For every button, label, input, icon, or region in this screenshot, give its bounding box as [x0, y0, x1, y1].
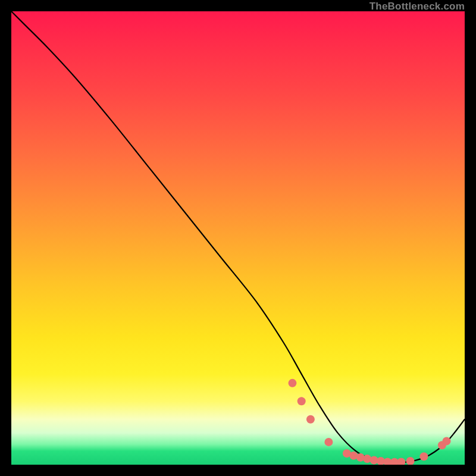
curve-marker [324, 438, 333, 446]
curve-marker [419, 452, 428, 461]
curve-marker [288, 379, 296, 387]
curve-marker [397, 458, 405, 465]
curve-marker [306, 415, 315, 424]
curve-marker [370, 456, 378, 464]
curve-marker [363, 455, 371, 463]
curve-marker [343, 449, 351, 458]
watermark-text: TheBottleneck.com [369, 0, 465, 12]
curve-marker [443, 437, 451, 445]
curve-marker [390, 458, 399, 465]
curve-marker [356, 453, 365, 462]
chart-stage: TheBottleneck.com [0, 0, 476, 476]
curve-marker [377, 457, 385, 465]
curve-marker [383, 458, 392, 465]
bottleneck-curve [11, 11, 465, 462]
curve-marker [406, 457, 415, 465]
plot-area [11, 11, 465, 465]
curve-marker [349, 452, 358, 460]
curve-markers [288, 379, 450, 465]
curve-marker [438, 441, 446, 449]
curve-svg [11, 11, 465, 465]
curve-marker [298, 397, 306, 405]
